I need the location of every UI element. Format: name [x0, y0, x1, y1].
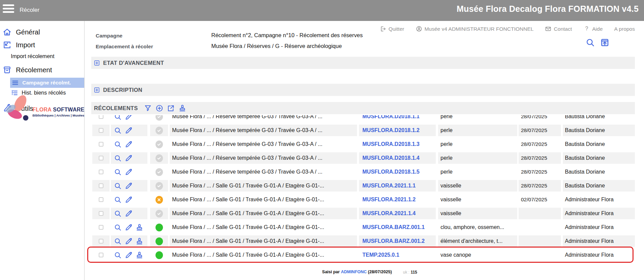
edit-pencil-icon[interactable] — [125, 224, 133, 231]
entered-by-user-link[interactable]: ADMINFONC — [341, 270, 366, 274]
search-icon[interactable] — [114, 224, 122, 231]
inventory-number-link[interactable]: MUSFLORA.2021.1.1 — [362, 183, 415, 189]
row-location: Musée Flora / ... / Salle G-01 / Travée … — [170, 208, 357, 219]
edit-pencil-icon[interactable] — [125, 168, 133, 176]
sidebar-item-general[interactable]: Général — [0, 26, 84, 39]
edit-pencil-icon[interactable] — [125, 127, 133, 134]
row-checkbox[interactable] — [99, 211, 103, 216]
search-icon[interactable] — [114, 210, 122, 218]
table-cell: TEMP.2025.0.1 — [359, 249, 436, 261]
edit-pencil-icon[interactable] — [125, 182, 133, 190]
row-location: Musée Flora / ... / Salle G-01 / Travée … — [170, 222, 357, 233]
table-cell — [150, 152, 168, 164]
svg-text:?: ? — [585, 26, 588, 31]
inventory-number-link[interactable]: MUSFLORA.BARZ.001.2 — [362, 238, 425, 244]
search-icon[interactable] — [114, 168, 122, 176]
section-progress-title: ETAT D'AVANCEMENT — [103, 60, 164, 66]
inventory-number-link[interactable]: MUSFLORA.D2018.1.4 — [362, 155, 420, 161]
stamp-icon[interactable] — [178, 104, 186, 112]
search-icon[interactable] — [114, 237, 122, 245]
header-link-aide[interactable]: ?Aide — [583, 26, 603, 32]
row-agent: Administrateur Flora — [563, 208, 635, 219]
question-icon: ? — [583, 26, 590, 32]
stamp-icon[interactable] — [136, 224, 143, 231]
search-icon[interactable] — [114, 251, 122, 259]
header-link-contact[interactable]: Contact — [545, 26, 572, 32]
sidebar-item-campagne-recolmt[interactable]: Campagne récolmt. — [10, 78, 84, 88]
stamp-icon[interactable] — [136, 251, 143, 259]
status-valide-green-icon — [156, 251, 163, 259]
stamp-icon[interactable] — [136, 237, 143, 245]
table-cell — [150, 249, 168, 261]
table-cell — [92, 194, 110, 205]
header-link-quitter[interactable]: Quitter — [380, 26, 404, 32]
row-checkbox[interactable] — [99, 115, 103, 119]
row-checkbox[interactable] — [99, 128, 103, 133]
row-object-designation: perle — [438, 138, 517, 150]
sidebar-item-label: Campagne récolmt. — [22, 80, 71, 86]
inventory-number-link[interactable]: MUSFLORA.2021.1.4 — [362, 210, 415, 217]
search-icon[interactable] — [114, 154, 122, 162]
sidebar-item-label: Import — [16, 41, 35, 49]
row-checkbox[interactable] — [99, 183, 103, 188]
location-value: Musée Flora / Réserves / G - Réserve arc… — [211, 43, 342, 49]
header-link-label: A propos — [614, 26, 635, 32]
row-location: Musée Flora / ... / Salle G-01 / Travée … — [170, 180, 357, 192]
row-location: Musée Flora / ... / Réserve tempérée G-0… — [170, 138, 357, 150]
expand-plus-icon[interactable] — [94, 60, 100, 66]
search-icon[interactable] — [586, 38, 595, 47]
inventory-number-link[interactable]: MUSFLORA.D2018.1.5 — [362, 169, 420, 175]
row-checkbox[interactable] — [99, 197, 103, 202]
expand-plus-icon[interactable] — [94, 87, 100, 93]
inventory-number-link[interactable]: TEMP.2025.0.1 — [362, 252, 399, 258]
external-link-icon[interactable] — [167, 104, 175, 112]
open-window-icon[interactable] — [600, 38, 610, 47]
edit-pencil-icon[interactable] — [125, 141, 133, 148]
table-cell: MUSFLORA.D2018.1.2 — [359, 125, 436, 136]
inventory-number-link[interactable]: MUSFLORA.D2018.1.1 — [362, 115, 420, 120]
table-cell — [150, 125, 168, 136]
row-checkbox[interactable] — [99, 225, 103, 230]
edit-pencil-icon[interactable] — [125, 154, 133, 162]
hamburger-menu-icon[interactable] — [3, 4, 14, 14]
inventory-number-link[interactable]: MUSFLORA.2021.1.2 — [362, 197, 415, 203]
search-icon[interactable] — [114, 115, 122, 121]
sidebar-item-import[interactable]: Import — [0, 39, 84, 51]
edit-pencil-icon[interactable] — [125, 251, 133, 259]
row-checkbox[interactable] — [99, 170, 103, 174]
header-link-label: Quitter — [388, 26, 404, 32]
edit-pencil-icon[interactable] — [125, 196, 133, 204]
row-checkbox[interactable] — [99, 253, 103, 257]
search-icon[interactable] — [114, 127, 122, 134]
header-link-label: Contact — [554, 26, 572, 32]
inventory-number-link[interactable]: MUSFLORA.D2018.1.3 — [362, 141, 420, 147]
sidebar-item-import-recolement[interactable]: Import récolement — [0, 51, 84, 61]
row-date: 28/07/2025 — [519, 115, 561, 122]
row-checkbox[interactable] — [99, 156, 103, 160]
status-recole-gray-icon — [156, 154, 163, 162]
table-cell — [150, 208, 168, 219]
row-date — [519, 208, 561, 219]
inventory-number-link[interactable]: MUSFLORA.BARZ.001.1 — [362, 224, 425, 230]
edit-pencil-icon[interactable] — [125, 210, 133, 218]
search-icon[interactable] — [114, 196, 122, 204]
campaign-value: Récolement n°2, Campagne n°10 - Récoleme… — [211, 32, 363, 39]
top-bar: Récoler Musée Flora Decalog Flora FORMAT… — [0, 0, 644, 21]
search-icon[interactable] — [114, 141, 122, 148]
table-cell — [92, 249, 110, 261]
edit-pencil-icon[interactable] — [125, 115, 133, 121]
search-icon[interactable] — [114, 182, 122, 190]
add-circle-icon[interactable] — [156, 104, 163, 112]
filter-icon[interactable] — [144, 104, 152, 112]
header-link-a-propos[interactable]: A propos — [614, 26, 635, 32]
row-object-designation: vase canope — [438, 249, 517, 261]
sidebar-item-label: Récolement — [16, 66, 52, 74]
row-location: Musée Flora / ... / Salle G-01 / Travée … — [170, 235, 357, 247]
row-checkbox[interactable] — [99, 142, 103, 147]
status-recole-gray-icon — [156, 115, 163, 121]
inventory-number-link[interactable]: MUSFLORA.D2018.1.2 — [362, 127, 420, 133]
header-link-musee-v4-administrateur-fonctionnel[interactable]: Musée v4 ADMINISTRATEUR FONCTIONNEL — [416, 26, 534, 32]
row-checkbox[interactable] — [99, 239, 103, 244]
edit-pencil-icon[interactable] — [125, 237, 133, 245]
sidebar-item-recolement[interactable]: Récolement — [0, 63, 84, 76]
